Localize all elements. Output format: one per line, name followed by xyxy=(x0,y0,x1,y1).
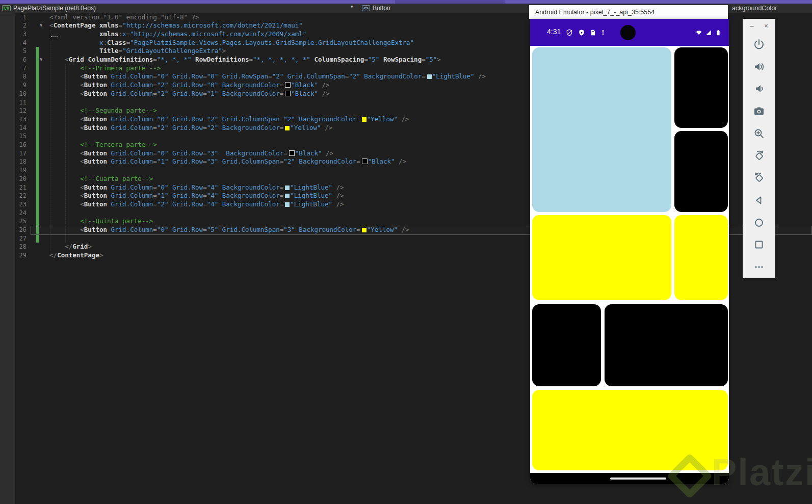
volume-down-icon[interactable] xyxy=(753,83,765,95)
line-number: 12 xyxy=(0,107,27,115)
app-button-lightblue[interactable] xyxy=(532,47,671,212)
more-icon[interactable] xyxy=(753,261,765,273)
color-swatch-icon xyxy=(362,117,366,122)
color-swatch-icon xyxy=(285,91,291,96)
color-swatch-icon xyxy=(362,158,368,164)
line-number: 22 xyxy=(0,192,27,200)
camera-punch-hole xyxy=(620,25,636,40)
rotate-right-icon[interactable] xyxy=(753,172,765,184)
wifi-icon xyxy=(695,29,702,36)
member-dropdown-clipped-label: ackgroundColor xyxy=(732,4,777,13)
line-number: 2 xyxy=(0,21,27,30)
line-number: 4 xyxy=(0,39,27,47)
accent-strip-segment xyxy=(395,0,505,4)
color-swatch-icon xyxy=(285,126,290,130)
line-number: 1 xyxy=(0,13,27,22)
status-time: 4:31 xyxy=(547,28,561,36)
emulator-toolbar: – × xyxy=(743,19,775,278)
xml-element-icon: <> xyxy=(362,5,370,11)
line-number: 11 xyxy=(0,98,27,107)
color-swatch-icon xyxy=(289,150,295,156)
back-icon[interactable] xyxy=(753,194,765,206)
rotate-left-icon[interactable] xyxy=(753,150,765,162)
color-swatch-icon xyxy=(285,82,291,88)
home-icon[interactable] xyxy=(753,217,765,229)
line-number: 24 xyxy=(0,209,27,218)
line-number: 19 xyxy=(0,166,27,175)
app-button-yellow[interactable] xyxy=(532,215,671,300)
member-dropdown[interactable]: <> Button xyxy=(360,4,390,13)
csharp-file-icon: C# xyxy=(2,5,11,11)
power-icon[interactable] xyxy=(753,38,765,50)
line-number: 26 xyxy=(0,226,27,234)
line-number: 25 xyxy=(0,217,27,226)
line-number: 27 xyxy=(0,234,27,243)
line-number: 3 xyxy=(0,30,27,39)
line-number: 9 xyxy=(0,81,27,90)
line-number: 23 xyxy=(0,200,27,209)
color-swatch-icon xyxy=(362,228,366,232)
project-dropdown[interactable]: C# PagePlatziSample (net8.0-ios) xyxy=(0,5,96,12)
signal-icon xyxy=(705,29,712,36)
overview-icon[interactable] xyxy=(753,238,765,251)
app-button-yellow[interactable] xyxy=(532,390,728,470)
line-number: 13 xyxy=(0,115,27,124)
fold-chevron-icon[interactable]: ∨ xyxy=(40,55,42,64)
line-number: 8 xyxy=(0,72,27,81)
line-number: 6 xyxy=(0,56,27,64)
emulator-title-bar: Android Emulator - pixel_7_-_api_35:5554 xyxy=(529,5,728,19)
line-number: 20 xyxy=(0,175,27,183)
minimize-button[interactable]: – xyxy=(748,22,756,30)
line-number: 16 xyxy=(0,141,27,149)
app-button-black[interactable] xyxy=(532,304,601,386)
close-button[interactable]: × xyxy=(762,22,770,30)
shield-icon xyxy=(566,29,573,36)
line-number: 5 xyxy=(0,47,27,56)
line-number: 14 xyxy=(0,124,27,132)
app-button-black[interactable] xyxy=(674,131,728,212)
member-dropdown-label: Button xyxy=(373,5,390,12)
gesture-pill[interactable] xyxy=(610,478,666,480)
fold-chevron-icon[interactable]: ∨ xyxy=(40,21,42,30)
app-button-black[interactable] xyxy=(605,304,728,386)
line-number: 28 xyxy=(0,243,27,251)
play-protect-icon xyxy=(578,29,585,36)
line-number: 21 xyxy=(0,183,27,192)
android-status-bar: 4:31 xyxy=(530,19,729,46)
line-number: 15 xyxy=(0,132,27,141)
color-swatch-icon xyxy=(285,194,290,198)
zoom-icon[interactable] xyxy=(753,127,765,140)
emulator-screen: 4:31 xyxy=(530,19,729,484)
app-button-yellow[interactable] xyxy=(674,215,728,300)
camera-icon[interactable] xyxy=(753,105,765,117)
android-gesture-bar xyxy=(530,473,729,484)
chevron-down-icon[interactable]: ▾ xyxy=(351,4,353,9)
line-number: 18 xyxy=(0,157,27,166)
line-number: 17 xyxy=(0,149,27,158)
accessory-icon xyxy=(599,29,607,36)
sim-card-icon xyxy=(589,29,596,36)
emulator-title: Android Emulator - pixel_7_-_api_35:5554 xyxy=(535,9,654,16)
color-swatch-icon xyxy=(285,202,290,207)
line-number: 10 xyxy=(0,90,27,98)
line-number: 7 xyxy=(0,64,27,73)
color-swatch-icon xyxy=(427,74,432,79)
battery-icon xyxy=(715,29,722,36)
color-swatch-icon xyxy=(285,185,290,190)
window-accent-strip xyxy=(0,0,812,4)
line-number: 29 xyxy=(0,251,27,260)
project-dropdown-label: PagePlatziSample (net8.0-ios) xyxy=(13,5,96,12)
volume-up-icon[interactable] xyxy=(753,61,765,73)
app-button-black[interactable] xyxy=(674,47,728,128)
